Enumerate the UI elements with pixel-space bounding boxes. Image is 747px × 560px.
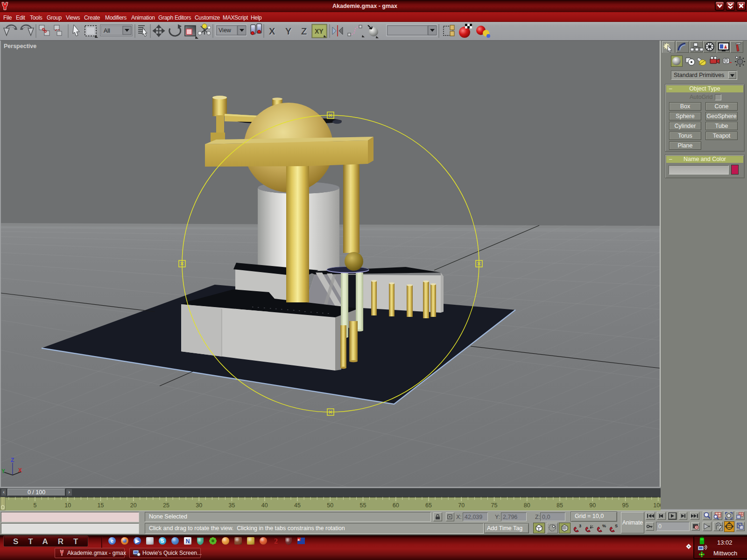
svg-text:10: 10 [64,502,71,509]
svg-text:100: 100 [653,502,661,509]
svg-text:80: 80 [524,502,530,509]
svg-text:60: 60 [393,502,399,509]
svg-text:75: 75 [491,502,498,509]
svg-text:45: 45 [294,502,301,509]
svg-text:▶: ▶ [135,538,140,544]
svg-text:5: 5 [34,502,37,509]
svg-text:All: All [104,28,110,34]
svg-text:50: 50 [327,502,333,509]
svg-text:S: S [615,524,618,528]
svg-text:25: 25 [163,502,169,509]
svg-text:3: 3 [579,524,581,528]
svg-text:85: 85 [557,502,563,509]
svg-text:e: e [111,538,113,544]
svg-text:Z: Z [11,457,14,463]
svg-text:N: N [186,538,190,545]
svg-text:XY: XY [315,28,324,35]
svg-text:Perspective: Perspective [4,43,36,49]
svg-text:20: 20 [130,502,137,509]
svg-text:55: 55 [360,502,366,509]
svg-text:Y: Y [285,26,292,36]
svg-text:70: 70 [458,502,465,509]
svg-text:Z: Z [301,26,307,36]
svg-text:40: 40 [261,502,268,509]
svg-text:%: % [602,524,606,528]
svg-text:X: X [269,26,275,36]
svg-text:35: 35 [229,502,235,509]
svg-text:S: S [161,538,164,544]
svg-text:30: 30 [196,502,202,509]
svg-text:90: 90 [589,502,596,509]
svg-text:View: View [218,27,232,34]
svg-text:95: 95 [622,502,629,509]
svg-text:2: 2 [274,537,278,545]
svg-text:X: X [18,467,22,474]
svg-text:65: 65 [425,502,432,509]
svg-text:Y: Y [1,468,5,475]
svg-text:15: 15 [98,502,104,509]
